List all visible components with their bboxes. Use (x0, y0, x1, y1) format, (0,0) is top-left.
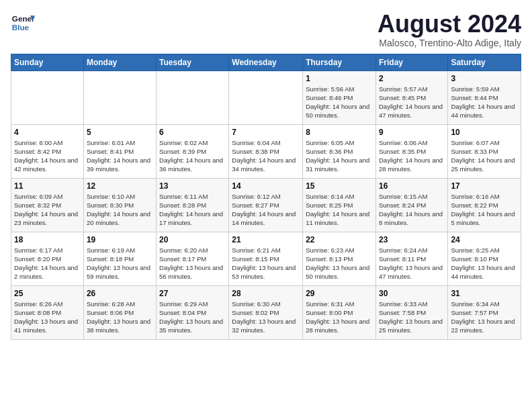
day-number: 24 (451, 235, 518, 244)
day-number: 30 (379, 289, 445, 298)
day-number: 2 (379, 74, 445, 83)
day-info: Sunrise: 6:33 AM Sunset: 7:58 PM Dayligh… (379, 300, 445, 335)
month-title: August 2024 (378, 11, 521, 38)
day-number: 10 (451, 128, 518, 137)
weekday-header: Sunday (11, 54, 84, 71)
svg-text:Blue: Blue (12, 23, 30, 32)
day-info: Sunrise: 5:56 AM Sunset: 8:46 PM Dayligh… (306, 85, 373, 120)
calendar-cell (11, 71, 84, 124)
calendar-week-row: 4Sunrise: 6:00 AM Sunset: 8:42 PM Daylig… (11, 124, 521, 178)
weekday-header: Wednesday (229, 54, 303, 71)
day-info: Sunrise: 6:26 AM Sunset: 8:08 PM Dayligh… (14, 300, 81, 335)
calendar-cell: 17Sunrise: 6:16 AM Sunset: 8:22 PM Dayli… (448, 178, 521, 232)
day-number: 14 (232, 181, 300, 191)
day-number: 8 (306, 128, 373, 137)
weekday-header: Friday (375, 54, 447, 71)
calendar-cell: 12Sunrise: 6:10 AM Sunset: 8:30 PM Dayli… (83, 178, 156, 232)
calendar-cell: 9Sunrise: 6:06 AM Sunset: 8:35 PM Daylig… (375, 124, 447, 178)
logo-icon: General Blue (11, 11, 35, 35)
day-info: Sunrise: 6:20 AM Sunset: 8:17 PM Dayligh… (159, 246, 226, 281)
calendar-cell: 11Sunrise: 6:09 AM Sunset: 8:32 PM Dayli… (11, 178, 84, 232)
title-block: August 2024 Malosco, Trentino-Alto Adige… (378, 11, 521, 48)
day-number: 29 (306, 289, 373, 298)
calendar-cell: 15Sunrise: 6:14 AM Sunset: 8:25 PM Dayli… (303, 178, 376, 232)
day-info: Sunrise: 6:31 AM Sunset: 8:00 PM Dayligh… (306, 300, 373, 335)
calendar-cell: 29Sunrise: 6:31 AM Sunset: 8:00 PM Dayli… (303, 285, 376, 339)
day-info: Sunrise: 6:00 AM Sunset: 8:42 PM Dayligh… (14, 138, 81, 174)
calendar-week-row: 18Sunrise: 6:17 AM Sunset: 8:20 PM Dayli… (11, 232, 521, 285)
calendar-cell: 21Sunrise: 6:21 AM Sunset: 8:15 PM Dayli… (229, 232, 303, 285)
day-info: Sunrise: 6:09 AM Sunset: 8:32 PM Dayligh… (14, 192, 81, 228)
calendar-cell: 31Sunrise: 6:34 AM Sunset: 7:57 PM Dayli… (448, 285, 521, 339)
calendar-cell: 26Sunrise: 6:28 AM Sunset: 8:06 PM Dayli… (83, 285, 156, 339)
calendar-cell: 6Sunrise: 6:02 AM Sunset: 8:39 PM Daylig… (157, 124, 229, 178)
day-number: 15 (306, 181, 373, 191)
svg-text:General: General (12, 14, 35, 23)
day-number: 9 (379, 128, 445, 137)
day-number: 21 (232, 235, 300, 244)
calendar-cell: 2Sunrise: 5:57 AM Sunset: 8:45 PM Daylig… (375, 71, 447, 124)
calendar-cell: 24Sunrise: 6:25 AM Sunset: 8:10 PM Dayli… (448, 232, 521, 285)
calendar-cell: 13Sunrise: 6:11 AM Sunset: 8:28 PM Dayli… (157, 178, 229, 232)
day-number: 23 (379, 235, 445, 244)
day-info: Sunrise: 6:24 AM Sunset: 8:11 PM Dayligh… (379, 246, 445, 281)
calendar-week-row: 1Sunrise: 5:56 AM Sunset: 8:46 PM Daylig… (11, 71, 521, 124)
calendar-cell: 25Sunrise: 6:26 AM Sunset: 8:08 PM Dayli… (11, 285, 84, 339)
day-info: Sunrise: 6:10 AM Sunset: 8:30 PM Dayligh… (87, 192, 153, 228)
location-subtitle: Malosco, Trentino-Alto Adige, Italy (378, 38, 521, 48)
weekday-header-row: SundayMondayTuesdayWednesdayThursdayFrid… (11, 54, 521, 71)
day-info: Sunrise: 6:12 AM Sunset: 8:27 PM Dayligh… (232, 192, 300, 228)
calendar-cell: 14Sunrise: 6:12 AM Sunset: 8:27 PM Dayli… (229, 178, 303, 232)
day-info: Sunrise: 6:06 AM Sunset: 8:35 PM Dayligh… (379, 138, 445, 174)
day-info: Sunrise: 6:15 AM Sunset: 8:24 PM Dayligh… (379, 192, 445, 228)
weekday-header: Saturday (448, 54, 521, 71)
day-number: 5 (87, 128, 153, 137)
logo: General Blue (11, 11, 35, 35)
day-number: 19 (87, 235, 153, 244)
day-info: Sunrise: 6:34 AM Sunset: 7:57 PM Dayligh… (451, 300, 518, 335)
day-number: 25 (14, 289, 81, 298)
day-info: Sunrise: 6:05 AM Sunset: 8:36 PM Dayligh… (306, 138, 373, 174)
day-info: Sunrise: 6:17 AM Sunset: 8:20 PM Dayligh… (14, 246, 81, 281)
day-number: 26 (87, 289, 153, 298)
day-number: 17 (451, 181, 518, 191)
day-info: Sunrise: 6:23 AM Sunset: 8:13 PM Dayligh… (306, 246, 373, 281)
day-info: Sunrise: 5:59 AM Sunset: 8:44 PM Dayligh… (451, 85, 518, 120)
day-info: Sunrise: 6:02 AM Sunset: 8:39 PM Dayligh… (159, 138, 226, 174)
day-info: Sunrise: 6:21 AM Sunset: 8:15 PM Dayligh… (232, 246, 300, 281)
day-number: 28 (232, 289, 300, 298)
calendar-week-row: 11Sunrise: 6:09 AM Sunset: 8:32 PM Dayli… (11, 178, 521, 232)
day-number: 6 (159, 128, 226, 137)
day-number: 22 (306, 235, 373, 244)
day-number: 18 (14, 235, 81, 244)
page-header: General Blue August 2024 Malosco, Trenti… (11, 11, 521, 48)
day-info: Sunrise: 6:11 AM Sunset: 8:28 PM Dayligh… (159, 192, 226, 228)
day-number: 11 (14, 181, 81, 191)
weekday-header: Tuesday (157, 54, 229, 71)
day-info: Sunrise: 6:04 AM Sunset: 8:38 PM Dayligh… (232, 138, 300, 174)
calendar-cell: 10Sunrise: 6:07 AM Sunset: 8:33 PM Dayli… (448, 124, 521, 178)
calendar-cell (229, 71, 303, 124)
calendar-cell: 20Sunrise: 6:20 AM Sunset: 8:17 PM Dayli… (157, 232, 229, 285)
calendar-cell: 23Sunrise: 6:24 AM Sunset: 8:11 PM Dayli… (375, 232, 447, 285)
calendar-cell: 8Sunrise: 6:05 AM Sunset: 8:36 PM Daylig… (303, 124, 376, 178)
day-info: Sunrise: 5:57 AM Sunset: 8:45 PM Dayligh… (379, 85, 445, 120)
weekday-header: Thursday (303, 54, 376, 71)
day-number: 4 (14, 128, 81, 137)
calendar-cell: 1Sunrise: 5:56 AM Sunset: 8:46 PM Daylig… (303, 71, 376, 124)
day-info: Sunrise: 6:07 AM Sunset: 8:33 PM Dayligh… (451, 138, 518, 174)
calendar-cell: 19Sunrise: 6:19 AM Sunset: 8:18 PM Dayli… (83, 232, 156, 285)
day-number: 16 (379, 181, 445, 191)
calendar-cell: 27Sunrise: 6:29 AM Sunset: 8:04 PM Dayli… (157, 285, 229, 339)
day-info: Sunrise: 6:14 AM Sunset: 8:25 PM Dayligh… (306, 192, 373, 228)
day-info: Sunrise: 6:01 AM Sunset: 8:41 PM Dayligh… (87, 138, 153, 174)
day-info: Sunrise: 6:19 AM Sunset: 8:18 PM Dayligh… (87, 246, 153, 281)
weekday-header: Monday (83, 54, 156, 71)
calendar-cell: 28Sunrise: 6:30 AM Sunset: 8:02 PM Dayli… (229, 285, 303, 339)
day-info: Sunrise: 6:30 AM Sunset: 8:02 PM Dayligh… (232, 300, 300, 335)
calendar-cell: 30Sunrise: 6:33 AM Sunset: 7:58 PM Dayli… (375, 285, 447, 339)
day-number: 31 (451, 289, 518, 298)
day-number: 13 (159, 181, 226, 191)
day-info: Sunrise: 6:28 AM Sunset: 8:06 PM Dayligh… (87, 300, 153, 335)
calendar-cell: 16Sunrise: 6:15 AM Sunset: 8:24 PM Dayli… (375, 178, 447, 232)
